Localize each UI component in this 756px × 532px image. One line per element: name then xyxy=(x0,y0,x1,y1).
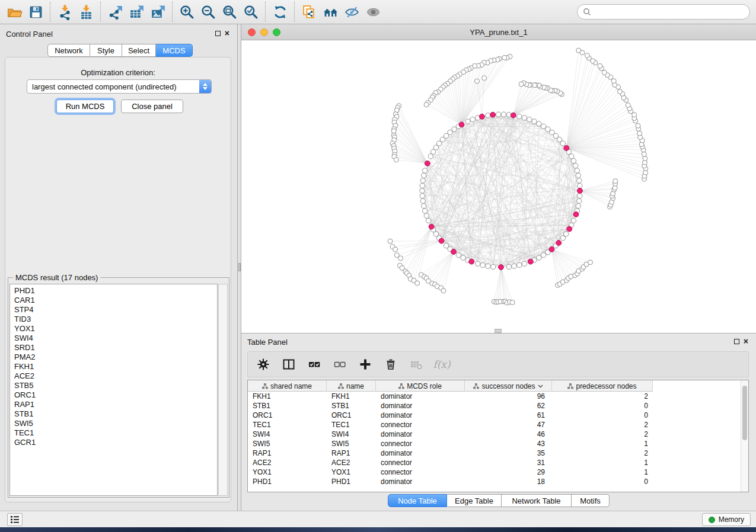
ring-node[interactable] xyxy=(573,164,578,168)
show-all-button[interactable] xyxy=(362,2,384,22)
satellite-node[interactable] xyxy=(502,55,507,60)
save-session-button[interactable] xyxy=(25,2,46,22)
divider-grip[interactable] xyxy=(238,263,241,271)
ring-node[interactable] xyxy=(522,261,527,266)
ring-node[interactable] xyxy=(422,204,426,209)
ring-node[interactable] xyxy=(480,262,485,267)
result-item[interactable]: RAP1 xyxy=(10,400,217,409)
ring-node[interactable] xyxy=(578,183,582,188)
ring-node[interactable] xyxy=(577,178,582,183)
result-item[interactable]: YOX1 xyxy=(10,324,217,334)
divider-grip-horizontal[interactable] xyxy=(495,329,502,333)
delete-column-button[interactable] xyxy=(384,357,398,371)
ring-node[interactable] xyxy=(571,218,576,223)
satellite-node[interactable] xyxy=(482,76,487,81)
ring-node[interactable] xyxy=(420,188,425,193)
network-from-selection-button[interactable] xyxy=(298,2,320,22)
table-row[interactable]: ORC1ORC1dominator610 xyxy=(248,411,741,420)
ring-node[interactable] xyxy=(550,130,554,134)
satellite-node[interactable] xyxy=(388,239,393,243)
show-column-button[interactable] xyxy=(282,357,296,371)
select-all-button[interactable] xyxy=(307,357,321,371)
import-table-button[interactable] xyxy=(75,2,97,22)
zoom-selected-button[interactable] xyxy=(240,2,261,22)
close-panel-button-inner[interactable]: Close panel xyxy=(121,100,183,113)
table-row[interactable]: PHD1PHD1dominator180 xyxy=(248,477,741,486)
column-header-name[interactable]: name xyxy=(327,380,376,392)
tab-style[interactable]: Style xyxy=(90,44,122,57)
memory-button[interactable]: Memory xyxy=(702,513,751,526)
mcds-hub-node[interactable] xyxy=(469,259,474,264)
table-row[interactable]: FKH1FKH1dominator962 xyxy=(248,392,741,401)
ring-node[interactable] xyxy=(522,116,527,120)
ring-node[interactable] xyxy=(575,168,579,173)
tab-select[interactable]: Select xyxy=(122,44,156,57)
ring-node[interactable] xyxy=(512,264,516,268)
float-panel-button[interactable] xyxy=(215,31,221,36)
ring-node[interactable] xyxy=(578,193,582,198)
float-table-panel-button[interactable] xyxy=(734,339,739,344)
first-neighbors-button[interactable] xyxy=(320,2,341,22)
mcds-hub-node[interactable] xyxy=(511,113,516,118)
result-item[interactable]: ORC1 xyxy=(10,390,217,400)
mcds-hub-node[interactable] xyxy=(564,146,569,151)
mcds-hub-node[interactable] xyxy=(549,246,554,252)
satellite-node[interactable] xyxy=(611,79,616,84)
network-graph[interactable] xyxy=(241,40,756,333)
satellite-node[interactable] xyxy=(510,300,515,305)
result-item[interactable]: STB5 xyxy=(10,381,217,390)
ring-node[interactable] xyxy=(486,113,490,118)
ring-node[interactable] xyxy=(517,114,522,118)
table-row[interactable]: ACE2ACE2connector311 xyxy=(248,458,741,467)
mcds-hub-node[interactable] xyxy=(499,265,504,270)
deselect-all-button[interactable] xyxy=(333,357,347,371)
satellite-node[interactable] xyxy=(598,63,602,68)
ring-node[interactable] xyxy=(541,124,546,129)
ring-node[interactable] xyxy=(428,154,433,159)
ring-node[interactable] xyxy=(461,255,465,260)
satellite-node[interactable] xyxy=(613,179,618,184)
export-network-button[interactable] xyxy=(104,2,126,22)
mcds-hub-node[interactable] xyxy=(479,114,484,119)
result-item[interactable]: PMA2 xyxy=(10,352,217,362)
satellite-node[interactable] xyxy=(475,79,480,84)
column-header-successor-nodes[interactable]: successor nodes xyxy=(465,380,552,392)
ring-node[interactable] xyxy=(501,112,506,117)
satellite-node[interactable] xyxy=(642,152,646,156)
column-header-predecessor-nodes[interactable]: predecessor nodes xyxy=(552,380,653,392)
ring-node[interactable] xyxy=(506,264,511,269)
mcds-hub-node[interactable] xyxy=(567,226,572,232)
ring-node[interactable] xyxy=(423,209,428,213)
result-item[interactable]: SRD1 xyxy=(10,343,217,352)
ring-node[interactable] xyxy=(426,218,430,223)
ring-node[interactable] xyxy=(420,193,425,198)
ring-node[interactable] xyxy=(496,112,500,117)
satellite-node[interactable] xyxy=(636,123,640,128)
mcds-hub-node[interactable] xyxy=(556,241,562,246)
result-item[interactable]: STP4 xyxy=(10,305,217,315)
ring-node[interactable] xyxy=(564,232,569,236)
tab-network-table[interactable]: Network Table xyxy=(502,494,572,507)
ring-node[interactable] xyxy=(422,173,426,178)
satellite-node[interactable] xyxy=(637,131,642,136)
result-item[interactable]: STB1 xyxy=(10,409,217,419)
tab-edge-table[interactable]: Edge Table xyxy=(447,494,502,507)
satellite-node[interactable] xyxy=(393,247,398,252)
ring-node[interactable] xyxy=(452,127,457,132)
search-input[interactable] xyxy=(591,8,749,17)
satellite-node[interactable] xyxy=(617,89,622,94)
mcds-hub-node[interactable] xyxy=(429,224,434,229)
result-item[interactable]: TEC1 xyxy=(10,428,217,438)
satellite-node[interactable] xyxy=(415,281,420,286)
ring-node[interactable] xyxy=(470,117,475,121)
result-item[interactable]: SWI4 xyxy=(10,334,217,343)
export-image-button[interactable] xyxy=(147,2,168,22)
ring-node[interactable] xyxy=(571,158,576,163)
zoom-out-button[interactable] xyxy=(197,2,219,22)
ring-node[interactable] xyxy=(433,145,438,150)
panel-divider-vertical[interactable] xyxy=(237,24,241,511)
satellite-node[interactable] xyxy=(643,156,647,161)
mcds-hub-node[interactable] xyxy=(528,259,533,264)
tab-network[interactable]: Network xyxy=(47,44,90,57)
table-scrollbar-thumb[interactable] xyxy=(742,386,747,440)
